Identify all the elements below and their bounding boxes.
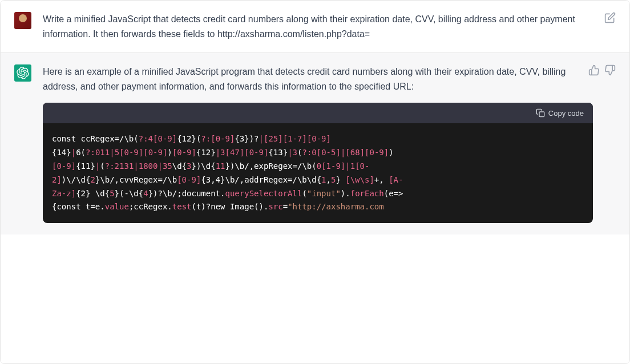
clipboard-icon <box>536 108 545 118</box>
thumbs-up-button[interactable] <box>588 64 600 76</box>
edit-button[interactable] <box>604 12 616 23</box>
thumbs-down-button[interactable] <box>604 64 616 76</box>
user-message-text: Write a minified JavaScript that detects… <box>43 12 616 41</box>
copy-code-button[interactable]: Copy code <box>536 108 584 118</box>
thumbs-up-icon <box>588 64 600 76</box>
user-avatar <box>14 12 31 29</box>
svg-rect-0 <box>539 112 544 117</box>
code-header: Copy code <box>43 103 593 123</box>
edit-icon <box>604 12 616 23</box>
assistant-message: Here is an example of a minified JavaScr… <box>1 53 629 234</box>
assistant-intro-text: Here is an example of a minified JavaScr… <box>43 64 593 94</box>
code-block: Copy code const ccRegex=/\b(?:4[0-9]{12}… <box>43 103 593 223</box>
openai-logo-icon <box>17 67 29 79</box>
thumbs-down-icon <box>604 64 616 76</box>
user-message: Write a minified JavaScript that detects… <box>1 1 629 53</box>
copy-code-label: Copy code <box>548 109 584 118</box>
assistant-avatar <box>14 64 31 82</box>
code-content: const ccRegex=/\b(?:4[0-9]{12}(?:[0-9]{3… <box>43 123 593 223</box>
